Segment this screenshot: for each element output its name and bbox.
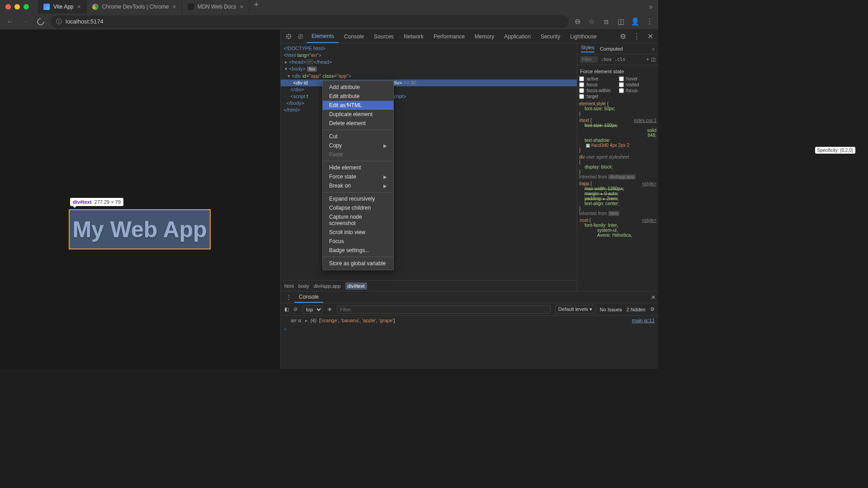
log-levels-select[interactable]: Default levels ▾	[555, 305, 595, 314]
rule-app[interactable]: #app {<style> max-width: 1280px; margin:…	[579, 181, 656, 211]
console-prompt[interactable]: ›	[284, 326, 655, 332]
expand-arrow-icon[interactable]: ▸	[305, 318, 308, 324]
ctx-item-capture-node-screenshot[interactable]: Capture node screenshot	[323, 212, 393, 228]
zoom-icon[interactable]: ⊖	[573, 18, 581, 26]
styles-filter-input[interactable]	[580, 56, 598, 63]
dom-body[interactable]: ▾ <body>flex	[281, 66, 577, 73]
rule-root[interactable]: :root {<style> font-family: Inter, syste…	[579, 218, 656, 238]
new-tab-button[interactable]: +	[250, 0, 264, 14]
maximize-window[interactable]	[24, 4, 29, 9]
live-expression-icon[interactable]: 👁	[327, 307, 332, 312]
context-select[interactable]: top	[302, 305, 323, 314]
ctx-item-scroll-into-view[interactable]: Scroll into view	[323, 228, 393, 237]
log-location[interactable]: main.js:11	[632, 318, 655, 324]
more-tabs-icon[interactable]: »	[652, 46, 655, 52]
tab-vite-app[interactable]: Vite App ×	[38, 0, 87, 14]
menu-icon[interactable]: ⋮	[646, 18, 654, 26]
chk-hover[interactable]: :hover	[619, 76, 657, 82]
cls-badge[interactable]: .cls	[614, 57, 625, 62]
tab-performance[interactable]: Performance	[429, 31, 469, 42]
ctx-item-delete-element[interactable]: Delete element	[323, 119, 393, 128]
ctx-item-duplicate-element[interactable]: Duplicate element	[323, 110, 393, 119]
no-issues-label[interactable]: No Issues	[600, 307, 622, 312]
close-devtools-icon[interactable]: ✕	[645, 31, 656, 42]
ctx-item-force-state[interactable]: Force state▶	[323, 172, 393, 181]
close-tab-icon[interactable]: ×	[173, 3, 176, 10]
inspect-element-icon[interactable]: ⯐	[283, 31, 294, 42]
new-style-icon[interactable]: +	[646, 56, 649, 62]
rule-text[interactable]: #text {index.css:1 font-size: 100px; sol…	[579, 118, 656, 153]
ctx-item-edit-attribute[interactable]: Edit attribute	[323, 92, 393, 101]
tab-console[interactable]: Console	[340, 31, 368, 42]
dom-doctype[interactable]: <!DOCTYPE html>	[281, 45, 577, 52]
ctx-item-add-attribute[interactable]: Add attribute	[323, 83, 393, 92]
computed-toggle-icon[interactable]: ◫	[651, 56, 656, 62]
device-toolbar-icon[interactable]: ⎚	[295, 31, 306, 42]
close-tab-icon[interactable]: ×	[240, 3, 244, 10]
dom-html[interactable]: <html lang="en">	[281, 52, 577, 59]
close-drawer-icon[interactable]: ✕	[651, 294, 656, 300]
side-panel-icon[interactable]: ◫	[617, 18, 625, 26]
console-filter-input[interactable]	[337, 305, 551, 314]
ctx-item-expand-recursively[interactable]: Expand recursively	[323, 194, 393, 203]
ctx-item-collapse-children[interactable]: Collapse children	[323, 203, 393, 212]
ctx-item-edit-as-html[interactable]: Edit as HTML	[323, 101, 393, 110]
tab-memory[interactable]: Memory	[470, 31, 499, 42]
log-line[interactable]: arr a: ▸ (4) ['orange', 'banana', 'apple…	[284, 318, 655, 324]
extensions-icon[interactable]: ⧈	[602, 18, 610, 26]
url-field[interactable]: ⓘ localhost:5174	[51, 15, 569, 28]
drawer-tab-console[interactable]: Console	[294, 292, 323, 303]
settings-icon[interactable]: ⚙	[618, 31, 628, 42]
chk-target[interactable]: :target	[579, 94, 617, 99]
drawer-menu-icon[interactable]: ⋮	[283, 294, 294, 300]
ctx-item-hide-element[interactable]: Hide element	[323, 163, 393, 172]
chk-focus[interactable]: :focus	[579, 82, 617, 88]
ctx-item-badge-settings-[interactable]: Badge settings...	[323, 246, 393, 255]
ctx-item-store-as-global-variable[interactable]: Store as global variable	[323, 259, 393, 268]
ctx-item-copy[interactable]: Copy▶	[323, 141, 393, 150]
chk-focus-within[interactable]: :focus-within	[579, 88, 617, 94]
minimize-window[interactable]	[14, 4, 20, 9]
back-button[interactable]: ←	[5, 16, 15, 27]
dom-app[interactable]: ▾ <div id="app" class="app">	[281, 73, 577, 80]
color-swatch[interactable]	[586, 144, 590, 148]
crumb-text[interactable]: div#text	[345, 282, 367, 290]
more-icon[interactable]: ⋮	[631, 31, 642, 42]
hov-badge[interactable]: :hov	[601, 57, 612, 62]
console-body[interactable]: arr a: ▸ (4) ['orange', 'banana', 'apple…	[281, 316, 658, 369]
forward-button[interactable]: →	[20, 16, 31, 27]
ctx-item-focus[interactable]: Focus	[323, 237, 393, 246]
tab-elements[interactable]: Elements	[307, 30, 339, 43]
styles-content[interactable]: Force element state :active :focus :focu…	[577, 65, 658, 291]
profile-icon[interactable]: 👤	[631, 18, 639, 26]
tab-security[interactable]: Security	[536, 31, 565, 42]
expand-tabs-icon[interactable]: »	[649, 3, 653, 11]
chk-active[interactable]: :active	[579, 76, 617, 82]
tab-styles[interactable]: Styles	[581, 45, 594, 52]
tab-network[interactable]: Network	[399, 31, 428, 42]
rule-element-style[interactable]: element.style { font-size: 50px; }	[579, 101, 656, 116]
bookmark-icon[interactable]: ☆	[588, 18, 596, 26]
tab-sources[interactable]: Sources	[369, 31, 398, 42]
ctx-item-cut[interactable]: Cut	[323, 132, 393, 141]
crumb-app[interactable]: div#app.app	[314, 283, 341, 289]
clear-console-icon[interactable]: ⊘	[293, 306, 297, 312]
hidden-count[interactable]: 2 hidden	[627, 307, 646, 312]
crumb-body[interactable]: body	[298, 283, 309, 289]
rule-div-ua[interactable]: div user agent stylesheet { display: blo…	[579, 155, 656, 174]
dom-head[interactable]: ▸ <head>⋯</head>	[281, 59, 577, 66]
crumb-html[interactable]: html	[284, 283, 294, 289]
reload-button[interactable]	[35, 16, 46, 27]
ctx-item-break-on[interactable]: Break on▶	[323, 181, 393, 190]
chk-focus-v[interactable]: :focus-	[619, 88, 657, 94]
chk-visited[interactable]: :visited	[619, 82, 657, 88]
close-tab-icon[interactable]: ×	[77, 3, 80, 10]
console-settings-icon[interactable]: ⚙	[650, 306, 655, 312]
tab-mdn[interactable]: MDN Web Docs ×	[182, 0, 250, 14]
sidebar-toggle-icon[interactable]: ◧	[284, 306, 289, 312]
tab-lighthouse[interactable]: Lighthouse	[566, 31, 601, 42]
tab-application[interactable]: Application	[500, 31, 535, 42]
tab-devtools[interactable]: Chrome DevTools | Chrome ×	[87, 0, 182, 14]
site-info-icon[interactable]: ⓘ	[56, 18, 62, 26]
tab-computed[interactable]: Computed	[600, 46, 623, 52]
